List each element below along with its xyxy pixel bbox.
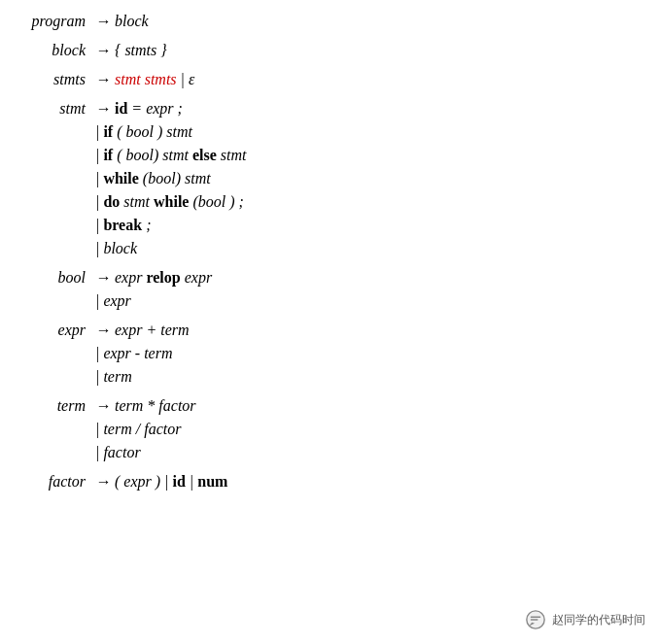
rhs-cell: | expr <box>87 289 640 313</box>
grammar-row: | while (bool) stmt <box>19 167 640 190</box>
lhs-cell: program <box>19 10 87 33</box>
rhs-cell: | term / factor <box>87 418 640 441</box>
rhs-cell: | if ( bool ) stmt <box>87 120 640 144</box>
lhs-cell: term <box>19 394 87 418</box>
grammar-row: | break ; <box>19 214 640 237</box>
lhs-cell <box>19 144 87 167</box>
rhs-cell: | factor <box>87 441 640 464</box>
grammar-row: | do stmt while (bool ) ; <box>19 190 640 214</box>
rhs-cell: → term * factor <box>87 394 640 418</box>
rhs-cell: → id = expr ; <box>87 97 640 120</box>
rhs-cell: → stmt stmts | ε <box>87 68 640 91</box>
chat-icon <box>525 609 546 630</box>
lhs-cell: expr <box>19 319 87 342</box>
grammar-row: stmts→ stmt stmts | ε <box>19 68 640 91</box>
lhs-cell: factor <box>19 470 87 493</box>
grammar-row: | block <box>19 237 640 260</box>
lhs-cell <box>19 214 87 237</box>
rhs-cell: | if ( bool) stmt else stmt <box>87 144 640 167</box>
rhs-cell: | term <box>87 365 640 389</box>
grammar-row: program→ block <box>19 10 640 33</box>
lhs-cell: stmts <box>19 68 87 91</box>
grammar-row: | term <box>19 365 640 389</box>
grammar-row: | factor <box>19 441 640 464</box>
rhs-cell: → { stmts } <box>87 39 640 62</box>
grammar-row: | expr <box>19 289 640 313</box>
lhs-cell: stmt <box>19 97 87 120</box>
grammar-row: expr→ expr + term <box>19 319 640 342</box>
grammar-row: block→ { stmts } <box>19 39 640 62</box>
grammar-table: program→ blockblock→ { stmts }stmts→ stm… <box>19 10 640 493</box>
watermark-text: 赵同学的代码时间 <box>552 612 645 628</box>
grammar-row: | if ( bool ) stmt <box>19 120 640 144</box>
rhs-cell: | break ; <box>87 214 640 237</box>
rhs-cell: | expr - term <box>87 342 640 365</box>
lhs-cell <box>19 441 87 464</box>
lhs-cell <box>19 237 87 260</box>
lhs-cell <box>19 342 87 365</box>
watermark: 赵同学的代码时间 <box>525 609 645 630</box>
lhs-cell <box>19 167 87 190</box>
lhs-cell <box>19 190 87 214</box>
lhs-cell <box>19 418 87 441</box>
grammar-row: | expr - term <box>19 342 640 365</box>
rhs-cell: | do stmt while (bool ) ; <box>87 190 640 214</box>
rhs-cell: → expr relop expr <box>87 266 640 289</box>
rhs-cell: | while (bool) stmt <box>87 167 640 190</box>
grammar-row: term→ term * factor <box>19 394 640 418</box>
lhs-cell: bool <box>19 266 87 289</box>
grammar-row: factor→ ( expr ) | id | num <box>19 470 640 493</box>
grammar-row: | term / factor <box>19 418 640 441</box>
lhs-cell <box>19 120 87 144</box>
grammar-row: bool→ expr relop expr <box>19 266 640 289</box>
lhs-cell <box>19 289 87 313</box>
rhs-cell: → block <box>87 10 640 33</box>
grammar-row: | if ( bool) stmt else stmt <box>19 144 640 167</box>
grammar-row: stmt→ id = expr ; <box>19 97 640 120</box>
rhs-cell: → expr + term <box>87 319 640 342</box>
lhs-cell: block <box>19 39 87 62</box>
lhs-cell <box>19 365 87 389</box>
rhs-cell: → ( expr ) | id | num <box>87 470 640 493</box>
rhs-cell: | block <box>87 237 640 260</box>
